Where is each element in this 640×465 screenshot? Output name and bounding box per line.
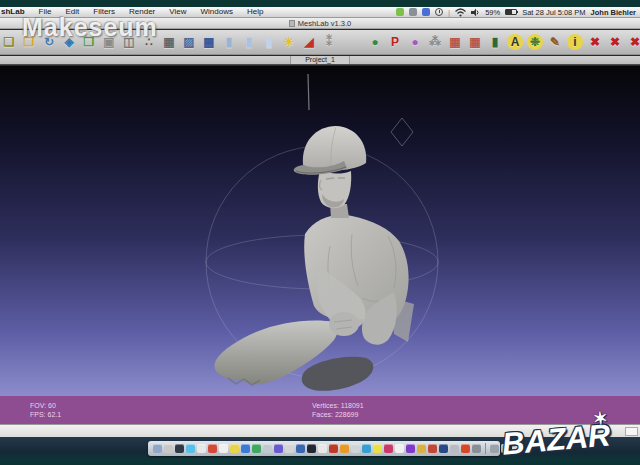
vertices-readout: Vertices: 118091 bbox=[312, 401, 364, 410]
mesh-figure[interactable] bbox=[215, 126, 415, 391]
fancy-lighting-icon[interactable]: ⁑ bbox=[321, 34, 337, 50]
dock-icon[interactable] bbox=[351, 444, 360, 453]
paintbrush-icon[interactable]: ✎ bbox=[547, 34, 563, 50]
window-title-bar[interactable]: MeshLab v1.3.0 bbox=[0, 18, 640, 29]
resize-grip[interactable] bbox=[625, 427, 638, 436]
dock-icon[interactable] bbox=[450, 444, 459, 453]
select-vertex-icon[interactable]: A bbox=[507, 34, 523, 50]
dock-icon[interactable] bbox=[153, 444, 162, 453]
dock-icon[interactable] bbox=[501, 444, 510, 453]
point-picker-icon[interactable]: ⁂ bbox=[427, 34, 443, 50]
flat-render-icon[interactable]: ▮ bbox=[221, 34, 237, 50]
top-letterbox bbox=[0, 0, 640, 7]
dock-icon[interactable] bbox=[373, 444, 382, 453]
green-slice-icon[interactable]: ▮ bbox=[487, 34, 503, 50]
menu-view[interactable]: View bbox=[162, 7, 193, 17]
menu-render[interactable]: Render bbox=[122, 7, 162, 17]
open-project-icon[interactable]: ❒ bbox=[21, 34, 37, 50]
selection-mesh-b-icon[interactable]: ▦ bbox=[467, 34, 483, 50]
menu-status-area: | 59% Sat 28 Jul 5:08 PM John Biehler bbox=[396, 8, 640, 17]
reload-icon[interactable]: ↻ bbox=[41, 34, 57, 50]
wireframe-render-icon[interactable]: ▦ bbox=[161, 34, 177, 50]
dock-separator bbox=[485, 443, 486, 454]
dock-icon[interactable] bbox=[439, 444, 448, 453]
tab-project-1[interactable]: Project_1 bbox=[290, 56, 350, 64]
menu-filters[interactable]: Filters bbox=[86, 7, 122, 17]
dock-icon[interactable] bbox=[296, 444, 305, 453]
status-mid: Vertices: 118091 Faces: 228699 bbox=[312, 401, 364, 419]
dock-icon[interactable] bbox=[384, 444, 393, 453]
screen: shLabFileEditFiltersRenderViewWindowsHel… bbox=[0, 0, 640, 465]
menu-file[interactable]: File bbox=[32, 7, 59, 17]
texture-render-icon[interactable]: ▮ bbox=[261, 34, 277, 50]
smooth-render-icon[interactable]: ▮ bbox=[241, 34, 257, 50]
hiddenlines-render-icon[interactable]: ▨ bbox=[181, 34, 197, 50]
selection-mesh-a-icon[interactable]: ▦ bbox=[447, 34, 463, 50]
vertex-color-icon[interactable]: P bbox=[387, 34, 403, 50]
wifi-icon[interactable] bbox=[455, 8, 466, 17]
dock-icon[interactable] bbox=[417, 444, 426, 453]
dock-icon[interactable] bbox=[219, 444, 228, 453]
save-project-icon[interactable]: ◈ bbox=[61, 34, 77, 50]
green-menu-extra-icon[interactable] bbox=[396, 8, 404, 16]
desktop-bottom-band bbox=[0, 437, 640, 465]
dock-icon[interactable] bbox=[197, 444, 206, 453]
dock-icon[interactable] bbox=[395, 444, 404, 453]
background-grad-icon[interactable]: ◢ bbox=[301, 34, 317, 50]
battery-icon bbox=[505, 9, 517, 15]
export-mesh-icon[interactable]: ▣ bbox=[101, 34, 117, 50]
dock-icon[interactable] bbox=[285, 444, 294, 453]
snapshot-icon[interactable]: ◫ bbox=[121, 34, 137, 50]
viewport-3d[interactable] bbox=[0, 66, 640, 396]
light-toggle-icon[interactable]: ☀ bbox=[281, 34, 297, 50]
dock-icon[interactable] bbox=[164, 444, 173, 453]
window-bottom-strip bbox=[0, 424, 640, 437]
import-mesh-icon[interactable]: ❒ bbox=[81, 34, 97, 50]
paint-tool-icon[interactable]: ❉ bbox=[527, 34, 543, 50]
color-mapper-icon[interactable]: ● bbox=[407, 34, 423, 50]
dock-icon[interactable] bbox=[274, 444, 283, 453]
dock-icon[interactable] bbox=[461, 444, 470, 453]
dock-icon[interactable] bbox=[406, 444, 415, 453]
dock-icon[interactable] bbox=[472, 444, 481, 453]
spaces-icon[interactable] bbox=[422, 8, 430, 16]
gray-menu-extra-icon[interactable] bbox=[409, 8, 417, 16]
flatlines-render-icon[interactable]: ▩ bbox=[201, 34, 217, 50]
fps-readout: FPS: 62.1 bbox=[30, 410, 61, 419]
new-document-icon[interactable]: ❏ bbox=[1, 34, 17, 50]
dock-icon[interactable] bbox=[428, 444, 437, 453]
clock-icon[interactable] bbox=[435, 8, 443, 16]
window-title: MeshLab v1.3.0 bbox=[298, 19, 351, 28]
faces-readout: Faces: 228699 bbox=[312, 410, 364, 419]
menu-edit[interactable]: Edit bbox=[58, 7, 86, 17]
dock-icon[interactable] bbox=[175, 444, 184, 453]
dock-icon[interactable] bbox=[512, 444, 521, 453]
delete-all-icon[interactable]: ✖ bbox=[627, 34, 640, 50]
dock-icon[interactable] bbox=[241, 444, 250, 453]
toolbar-spacer bbox=[341, 34, 363, 50]
volume-icon[interactable] bbox=[471, 8, 480, 17]
dock-icon[interactable] bbox=[362, 444, 371, 453]
menu-shlab[interactable]: shLab bbox=[0, 7, 32, 17]
dock-icon[interactable] bbox=[340, 444, 349, 453]
dock-icon[interactable] bbox=[208, 444, 217, 453]
dock-icon[interactable] bbox=[263, 444, 272, 453]
dock-icon[interactable] bbox=[307, 444, 316, 453]
dock-icon[interactable] bbox=[186, 444, 195, 453]
menu-help[interactable]: Help bbox=[240, 7, 270, 17]
dock-icon[interactable] bbox=[318, 444, 327, 453]
status-left: FOV: 60 FPS: 62.1 bbox=[30, 401, 61, 419]
delete-raster-icon[interactable]: ✖ bbox=[607, 34, 623, 50]
info-icon[interactable]: i bbox=[567, 34, 583, 50]
dock-icon[interactable] bbox=[252, 444, 261, 453]
dock-icon[interactable] bbox=[490, 444, 499, 453]
dock-icon[interactable] bbox=[329, 444, 338, 453]
texture-sphere-icon[interactable]: ● bbox=[367, 34, 383, 50]
menu-clock-text[interactable]: Sat 28 Jul 5:08 PM bbox=[522, 8, 585, 17]
toolbar: ❏❒↻◈❒▣◫∴▦▨▩▮▮▮☀◢⁑●P●⁂▦▦▮A❉✎i✖✖✖ bbox=[0, 30, 640, 55]
points-render-icon[interactable]: ∴ bbox=[141, 34, 157, 50]
menu-windows[interactable]: Windows bbox=[193, 7, 239, 17]
dock-icon[interactable] bbox=[230, 444, 239, 453]
fast-user-switch[interactable]: John Biehler bbox=[591, 8, 636, 17]
delete-current-mesh-icon[interactable]: ✖ bbox=[587, 34, 603, 50]
